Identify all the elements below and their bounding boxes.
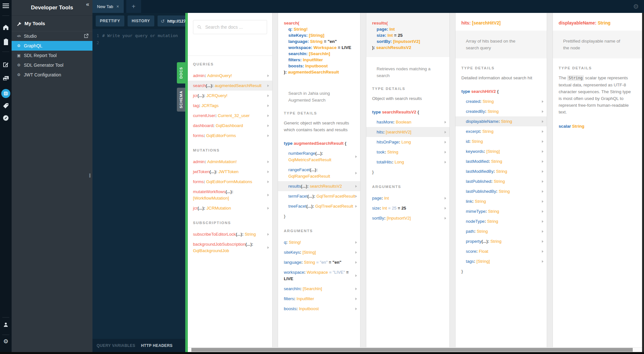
- query-workspace: PRETTIFY HISTORY ↺ http://127.0.0. 1# Wr…: [92, 13, 185, 352]
- doc-row[interactable]: admin: AdminMutation!: [188, 157, 272, 167]
- doc-row-selected[interactable]: results(...): searchResultsV2: [278, 181, 360, 191]
- doc-row[interactable]: lastPublishedBy: String: [456, 186, 547, 196]
- doc-arg-row[interactable]: page: Int: [366, 193, 449, 203]
- chevron-right-icon: [542, 150, 543, 153]
- doc-row[interactable]: keywords: [String]: [456, 146, 547, 156]
- docs-tab[interactable]: DOCS: [177, 62, 185, 84]
- resize-divider[interactable]: [185, 13, 188, 352]
- menu-icon[interactable]: [0, 3, 12, 8]
- clipboard-icon[interactable]: [0, 39, 12, 45]
- schema-tab[interactable]: SCHEMA: [177, 88, 185, 112]
- doc-row[interactable]: numberRange(...): GqlMetricsFacetResult: [278, 148, 360, 165]
- doc-row[interactable]: hitsOnPage: Long: [366, 137, 449, 147]
- doc-row[interactable]: hasMore: Boolean: [366, 117, 449, 127]
- settings-icon[interactable]: ⚙: [0, 339, 12, 344]
- tag-icon[interactable]: [0, 103, 12, 109]
- doc-row[interactable]: score: Float: [456, 246, 547, 256]
- doc-arg-row[interactable]: searchIn: [SearchIn]: [278, 284, 360, 294]
- doc-row[interactable]: subscribeToEditorLock(...): String: [188, 229, 272, 239]
- doc-arg-row[interactable]: sortBy: [InputsortV2]: [366, 213, 449, 223]
- doc-row[interactable]: id: String: [456, 136, 547, 146]
- tool-item-sdl-generator[interactable]: ⚙ SDL Generator Tool: [12, 60, 92, 70]
- doc-row-selected[interactable]: displayableName: String: [456, 116, 547, 126]
- doc-row[interactable]: mimeType: String: [456, 206, 547, 216]
- user-icon[interactable]: [0, 322, 12, 328]
- field-signature: search( q: String! siteKeys: [String] la…: [278, 13, 360, 82]
- doc-row[interactable]: dashboard: GqlDashboard: [188, 121, 272, 131]
- external-link-icon: [84, 34, 89, 38]
- doc-row[interactable]: excerpt: String: [456, 126, 547, 136]
- chevron-right-icon: [267, 246, 269, 249]
- doc-row[interactable]: lastModified: String: [456, 156, 547, 166]
- doc-row[interactable]: jwtToken(...): JWTToken: [188, 167, 272, 177]
- doc-arg-row[interactable]: size: Int = 25 = 25: [366, 203, 449, 213]
- doc-row-selected[interactable]: search(...): augmentedSearchResult: [188, 81, 272, 91]
- home-icon[interactable]: [0, 25, 12, 30]
- doc-row[interactable]: forms: GqlEditorForms: [188, 131, 272, 141]
- doc-arg-row[interactable]: language: String = "en" = "en": [278, 257, 360, 267]
- dev-tools-icon[interactable]: [1, 89, 10, 98]
- doc-row[interactable]: took: String: [366, 147, 449, 157]
- doc-arg-row[interactable]: siteKeys: [String]: [278, 247, 360, 257]
- add-tab-button[interactable]: +: [126, 0, 141, 13]
- http-headers-tab[interactable]: HTTP HEADERS: [141, 343, 173, 348]
- compass-icon[interactable]: [0, 115, 12, 121]
- search-icon: [197, 25, 202, 30]
- tool-item-studio[interactable]: </> Studio: [12, 31, 92, 41]
- closing-brace: }: [456, 266, 547, 276]
- doc-row[interactable]: property(...): String: [456, 236, 547, 246]
- doc-row[interactable]: tags: [String]: [456, 256, 547, 266]
- doc-row[interactable]: currentUser: Current_32_user: [188, 111, 272, 121]
- doc-row[interactable]: totalHits: Long: [366, 157, 449, 167]
- edit-note-icon[interactable]: [0, 61, 12, 68]
- doc-row[interactable]: treeFacet(...): GqlTreeFacetResult: [278, 201, 360, 211]
- doc-row[interactable]: nodeType: String: [456, 216, 547, 226]
- query-variables-tab[interactable]: QUERY VARIABLES: [97, 343, 135, 348]
- doc-row[interactable]: lastModifiedBy: String: [456, 166, 547, 176]
- doc-row[interactable]: mutateWorkflows(...): [WorkflowMutation]: [188, 187, 272, 203]
- chevron-right-icon: [542, 100, 543, 103]
- panel-resize-handle[interactable]: ∥: [89, 173, 91, 178]
- doc-arg-row[interactable]: boosts: Inputboost: [278, 304, 360, 314]
- chevron-right-icon: [542, 180, 543, 183]
- doc-row[interactable]: created: String: [456, 96, 547, 106]
- tool-item-jwt[interactable]: ⚙ JWT Configuration: [12, 70, 92, 80]
- docs-search-box[interactable]: [193, 20, 267, 34]
- history-button[interactable]: HISTORY: [128, 15, 154, 26]
- doc-arg-row[interactable]: filters: Inputfilter: [278, 294, 360, 304]
- doc-row[interactable]: rangeFacet(...): GqlRangeFacetResult: [278, 165, 360, 181]
- prettify-button[interactable]: PRETTIFY: [96, 15, 124, 26]
- doc-arg-row[interactable]: q: String!: [278, 237, 360, 247]
- tab-new-tab[interactable]: New Tab ×: [92, 0, 124, 13]
- doc-arg-row[interactable]: workspace: Workspace = "LIVE" = LIVE: [278, 267, 360, 284]
- endpoint-url-field[interactable]: ↺ http://127.0.0.: [158, 15, 185, 26]
- doc-row[interactable]: tag: JCRTags: [188, 101, 272, 111]
- query-editor[interactable]: 1# Write your query or mutation 2: [92, 29, 185, 339]
- gear-icon: ⚙: [16, 44, 21, 48]
- tool-item-sdl-report[interactable]: ▣ SDL Report Tool: [12, 51, 92, 60]
- line-number: 1: [97, 33, 99, 39]
- doc-row[interactable]: forms: GqlEditorFormMutations: [188, 177, 272, 187]
- doc-row[interactable]: admin: AdminQuery!: [188, 71, 272, 81]
- doc-row[interactable]: termFacet(...): GqlTermFacetResult: [278, 191, 360, 201]
- scrollbar-thumb[interactable]: [191, 348, 633, 352]
- doc-row[interactable]: jcr(...): JCRQuery!: [188, 91, 272, 101]
- doc-row[interactable]: backgroundJobSubscription(...): GqlBackg…: [188, 239, 272, 256]
- images-icon[interactable]: [0, 76, 12, 82]
- docs-search-input[interactable]: [205, 24, 263, 30]
- type-description: Detailed information about search hit: [456, 74, 547, 81]
- doc-row-selected[interactable]: hits: [searchHitV2]: [366, 127, 449, 137]
- collapse-panel-icon[interactable]: «: [86, 1, 89, 8]
- doc-row[interactable]: link: String: [456, 196, 547, 206]
- close-tab-icon[interactable]: ×: [116, 4, 119, 9]
- chevron-right-icon: [355, 205, 357, 208]
- doc-row[interactable]: jcr(...): JCRMutation: [188, 203, 272, 213]
- doc-row[interactable]: path: String: [456, 226, 547, 236]
- doc-row[interactable]: lastPublished: String: [456, 176, 547, 186]
- settings-gear-icon[interactable]: ⚙: [633, 3, 639, 10]
- field-description: Search in Jahia using Augmented Search: [278, 82, 360, 103]
- doc-row[interactable]: createdBy: String: [456, 106, 547, 116]
- tool-item-graphql[interactable]: ⚙ GraphQL: [12, 41, 92, 51]
- wrench-icon: [16, 21, 22, 26]
- undo-icon: ↺: [161, 19, 165, 24]
